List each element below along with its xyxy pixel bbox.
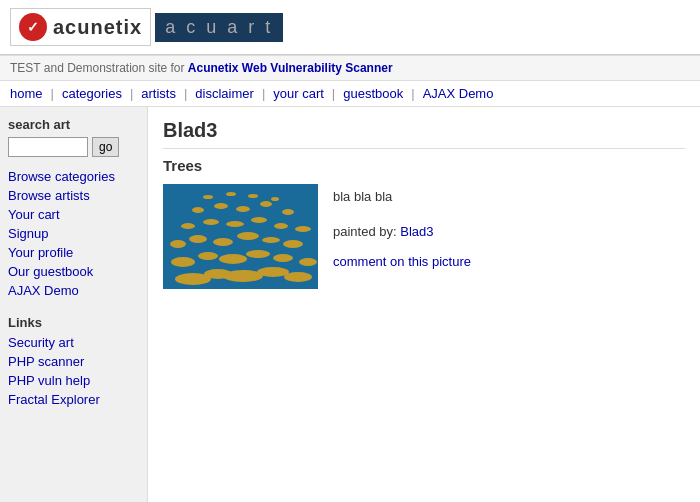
search-go-button[interactable]: go [92,137,119,157]
search-row: go [8,137,139,157]
main-nav: home | categories | artists | disclaimer… [0,81,700,107]
nav-home[interactable]: home [10,86,51,101]
svg-point-19 [203,219,219,225]
sidebar-link-your-cart[interactable]: Your cart [8,205,139,224]
svg-point-6 [171,257,195,267]
links-section-label: Links [8,315,139,330]
artist-link[interactable]: Blad3 [400,224,433,239]
nav-artists[interactable]: artists [133,86,184,101]
sidebar-link-php-scanner[interactable]: PHP scanner [8,352,139,371]
logo-text: acunetix [53,16,142,39]
painting-title: Trees [163,157,685,174]
sidebar-link-ajax-demo[interactable]: AJAX Demo [8,281,139,300]
sidebar-link-fractal-explorer[interactable]: Fractal Explorer [8,390,139,409]
nav-your-cart[interactable]: your cart [265,86,332,101]
svg-point-20 [226,221,244,227]
logo-acuart: a c u a r t [155,13,283,42]
svg-point-23 [295,226,311,232]
sidebar-link-signup[interactable]: Signup [8,224,139,243]
acunetix-icon [19,13,47,41]
svg-point-7 [198,252,218,260]
logo-acunetix: acunetix [10,8,151,46]
svg-point-21 [251,217,267,223]
main-content: Blad3 Trees [148,107,700,502]
test-banner: TEST and Demonstration site for Acunetix… [0,55,700,81]
nav-ajax-demo[interactable]: AJAX Demo [415,86,502,101]
search-input[interactable] [8,137,88,157]
painting-image [163,184,318,289]
svg-point-29 [203,195,213,199]
sidebar-link-browse-categories[interactable]: Browse categories [8,167,139,186]
svg-point-18 [181,223,195,229]
svg-point-22 [274,223,288,229]
svg-point-32 [271,197,279,201]
painted-by-label: painted by: [333,224,400,239]
comment-link[interactable]: comment on this picture [333,254,471,269]
painting-info: bla bla bla painted by: Blad3 comment on… [333,184,471,269]
nav-guestbook[interactable]: guestbook [335,86,411,101]
sidebar-link-our-guestbook[interactable]: Our guestbook [8,262,139,281]
svg-point-11 [299,258,317,266]
painted-by: painted by: Blad3 [333,224,471,239]
svg-point-14 [213,238,233,246]
svg-point-25 [214,203,228,209]
sidebar: search art go Browse categories Browse a… [0,107,148,502]
svg-point-12 [170,240,186,248]
sidebar-link-php-vuln-help[interactable]: PHP vuln help [8,371,139,390]
svg-point-8 [219,254,247,264]
svg-point-3 [223,270,263,282]
sidebar-link-security-art[interactable]: Security art [8,333,139,352]
svg-point-16 [262,237,280,243]
svg-point-31 [248,194,258,198]
svg-point-28 [282,209,294,215]
svg-point-27 [260,201,272,207]
sidebar-link-your-profile[interactable]: Your profile [8,243,139,262]
svg-point-30 [226,192,236,196]
svg-point-17 [283,240,303,248]
svg-point-24 [192,207,204,213]
svg-point-5 [284,272,312,282]
painting-area: bla bla bla painted by: Blad3 comment on… [163,184,685,289]
nav-disclaimer[interactable]: disclaimer [187,86,262,101]
layout: search art go Browse categories Browse a… [0,107,700,502]
svg-point-13 [189,235,207,243]
acuart-text: a c u a r t [165,17,273,37]
search-label: search art [8,117,139,132]
svg-point-10 [273,254,293,262]
svg-point-26 [236,206,250,212]
banner-link[interactable]: Acunetix Web Vulnerability Scanner [188,61,393,75]
painting-description: bla bla bla [333,189,471,204]
banner-text: TEST and Demonstration site for [10,61,188,75]
page-title: Blad3 [163,119,685,149]
svg-point-4 [257,267,289,277]
svg-point-15 [237,232,259,240]
header: acunetix a c u a r t [0,0,700,55]
nav-categories[interactable]: categories [54,86,130,101]
svg-point-9 [246,250,270,258]
sidebar-link-browse-artists[interactable]: Browse artists [8,186,139,205]
